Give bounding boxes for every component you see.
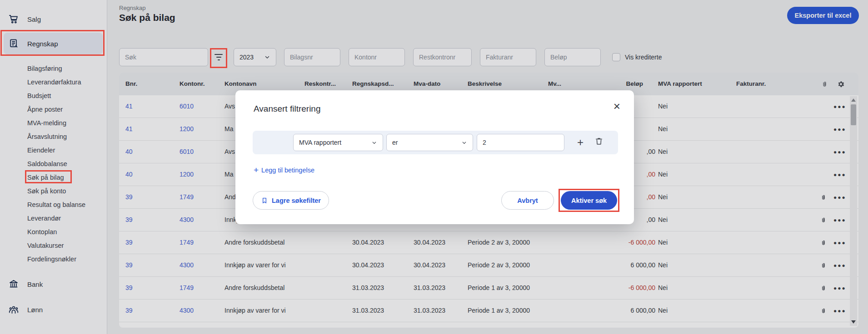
condition-field-value: MVA rapportert (299, 139, 341, 146)
condition-operator-value: er (392, 139, 398, 146)
chevron-down-icon (461, 140, 467, 146)
filter-condition-row: MVA rapportert er + (253, 131, 618, 154)
save-search-filter-button[interactable]: Lagre søkefilter (253, 191, 329, 210)
add-condition-plus-icon[interactable]: + (577, 135, 584, 149)
bookmark-icon (261, 197, 268, 204)
advanced-filter-modal: Avansert filtrering × MVA rapportert er … (235, 90, 634, 224)
close-icon[interactable]: × (614, 100, 620, 112)
save-search-filter-label: Lagre søkefilter (272, 197, 321, 204)
condition-value-input[interactable] (477, 134, 564, 151)
modal-title: Avansert filtrering (254, 104, 321, 114)
trash-icon (594, 137, 604, 146)
app: Salg Regnskap Bilagsføring Leverandørfak… (0, 0, 868, 334)
chevron-down-icon (371, 140, 377, 146)
add-condition-label: Legg til betingelse (261, 167, 314, 174)
cancel-button[interactable]: Avbryt (501, 191, 554, 210)
aktiver-sok-button[interactable]: Aktiver søk (561, 191, 617, 210)
condition-field-select[interactable]: MVA rapportert (293, 134, 383, 151)
plus-icon: + (254, 165, 259, 175)
delete-condition-button[interactable] (594, 137, 604, 147)
apply-button-wrap: Aktiver søk (561, 191, 617, 210)
condition-operator-select[interactable]: er (386, 134, 473, 151)
add-condition-link[interactable]: + Legg til betingelse (254, 165, 314, 175)
